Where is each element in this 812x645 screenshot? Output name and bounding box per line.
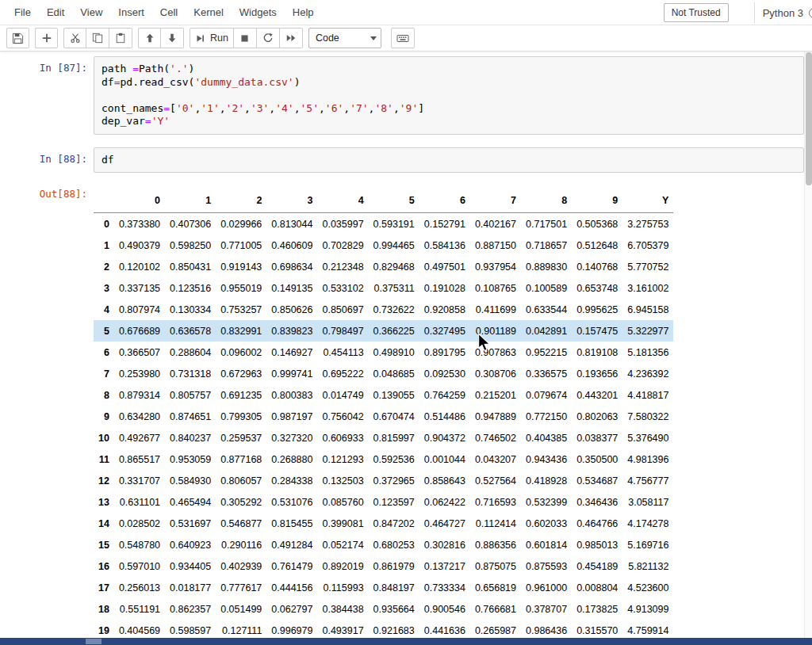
run-button[interactable]: Run: [190, 28, 234, 48]
command-palette-button[interactable]: [391, 28, 415, 48]
table-cell: 0.764259: [419, 384, 470, 406]
table-row: 20.1201020.8504310.9191430.6986340.21234…: [94, 256, 673, 277]
code-cell: In [87]: path =Path('.')df=pd.read_csv('…: [0, 56, 812, 135]
table-cell: 0.014749: [317, 384, 368, 406]
table-cell: 0.193656: [572, 363, 622, 384]
table-cell: 0.901189: [470, 320, 521, 342]
table-row: 60.3665070.2886040.0960020.1469270.45411…: [94, 342, 673, 363]
restart-kernel-button[interactable]: [257, 28, 280, 48]
row-index: 7: [94, 363, 114, 384]
table-cell: 0.140768: [572, 256, 622, 277]
table-cell: 0.806057: [216, 470, 266, 491]
table-cell: 0.043207: [470, 448, 521, 470]
code-line: dep_var='Y': [102, 115, 796, 128]
table-cell: 0.302816: [419, 534, 470, 555]
code-line: df=pd.read_csv('dummy_data.csv'): [102, 76, 796, 90]
table-cell: 0.597010: [114, 555, 165, 577]
table-row: 130.6311010.4654940.3052920.5310760.0857…: [94, 491, 673, 513]
table-cell: 0.698634: [266, 256, 317, 277]
table-cell: 0.062797: [266, 598, 317, 620]
table-cell: 5.322977: [622, 320, 673, 342]
table-cell: 4.236392: [622, 363, 673, 384]
table-cell: 0.994465: [369, 235, 419, 256]
table-row: 50.6766890.6365780.8329910.8398230.79849…: [94, 320, 673, 342]
table-cell: 0.598250: [165, 235, 216, 256]
code-editor[interactable]: df: [94, 147, 804, 174]
table-cell: 0.886356: [470, 534, 521, 555]
table-cell: 0.411699: [470, 299, 521, 320]
menu-insert[interactable]: Insert: [110, 2, 152, 22]
table-cell: 4.981396: [622, 448, 673, 470]
table-cell: 0.350500: [572, 448, 622, 470]
add-cell-button[interactable]: [35, 28, 58, 48]
row-index: 16: [94, 555, 114, 577]
toolbar: Run Code: [0, 25, 812, 52]
restart-icon: [262, 32, 274, 44]
table-cell: 0.815997: [369, 427, 419, 448]
table-cell: 6.705379: [622, 235, 673, 256]
table-cell: 0.847202: [369, 513, 419, 534]
move-down-icon: [167, 32, 178, 44]
table-cell: 0.454113: [317, 342, 368, 363]
table-cell: 0.634280: [114, 406, 165, 427]
cut-cell-button[interactable]: [63, 28, 86, 48]
menu-help[interactable]: Help: [285, 2, 322, 22]
table-cell: 0.372965: [369, 470, 419, 491]
menu-kernel[interactable]: Kernel: [186, 2, 232, 22]
table-cell: 6.945158: [622, 299, 673, 320]
code-line: df: [102, 154, 796, 167]
table-cell: 0.215201: [470, 384, 521, 406]
table-cell: 5.181356: [622, 342, 673, 363]
keyboard-icon: [396, 32, 409, 44]
paste-cell-button[interactable]: [109, 28, 132, 48]
table-cell: 0.407306: [165, 213, 216, 235]
table-cell: 0.636578: [165, 320, 216, 342]
row-index: 18: [94, 598, 114, 620]
menu-file[interactable]: File: [6, 2, 39, 22]
table-cell: 0.120102: [114, 256, 165, 277]
table-cell: 0.514486: [419, 406, 470, 427]
table-cell: 0.121293: [317, 448, 368, 470]
menu-cell[interactable]: Cell: [152, 2, 186, 22]
table-cell: 0.829468: [369, 256, 419, 277]
save-button[interactable]: [6, 28, 29, 48]
vertical-scrollbar[interactable]: [804, 52, 812, 638]
menu-widgets[interactable]: Widgets: [232, 2, 285, 22]
table-cell: 0.512648: [572, 235, 622, 256]
table-cell: 0.035997: [317, 213, 368, 235]
not-trusted-button[interactable]: Not Trusted: [664, 3, 729, 22]
menu-edit[interactable]: Edit: [39, 2, 72, 22]
run-button-label: Run: [210, 32, 228, 44]
table-cell: 0.584136: [419, 235, 470, 256]
table-cell: 0.676689: [114, 320, 165, 342]
table-cell: 0.132503: [317, 470, 368, 491]
column-header: 6: [419, 189, 470, 213]
interrupt-kernel-button[interactable]: [234, 28, 257, 48]
move-cell-down-button[interactable]: [161, 28, 184, 48]
table-cell: 0.115993: [317, 577, 368, 598]
table-cell: 0.460609: [266, 235, 317, 256]
code-line: [102, 89, 796, 102]
table-cell: 5.376490: [622, 427, 673, 448]
code-editor[interactable]: path =Path('.')df=pd.read_csv('dummy_dat…: [94, 56, 804, 135]
restart-run-all-button[interactable]: [280, 28, 303, 48]
table-cell: 0.961000: [521, 577, 572, 598]
row-index: 5: [94, 320, 114, 342]
output-cell: Out[88]: 0123456789Y 00.3733800.4073060.…: [0, 185, 812, 641]
scrollbar-thumb[interactable]: [806, 52, 812, 185]
table-cell: 0.284338: [266, 470, 317, 491]
table-cell: 0.029966: [216, 213, 266, 235]
table-cell: 0.879314: [114, 384, 165, 406]
column-header: 9: [572, 189, 622, 213]
move-cell-up-button[interactable]: [138, 28, 161, 48]
row-index: 0: [94, 213, 114, 235]
table-cell: 0.691235: [216, 384, 266, 406]
table-cell: 0.900546: [419, 598, 470, 620]
menu-view[interactable]: View: [72, 2, 110, 22]
table-cell: 0.733334: [419, 577, 470, 598]
cell-type-dropdown[interactable]: Code: [308, 28, 381, 48]
table-cell: 0.680253: [369, 534, 419, 555]
copy-cell-button[interactable]: [86, 28, 109, 48]
column-header: 7: [470, 189, 521, 213]
table-cell: 3.161002: [622, 277, 673, 299]
